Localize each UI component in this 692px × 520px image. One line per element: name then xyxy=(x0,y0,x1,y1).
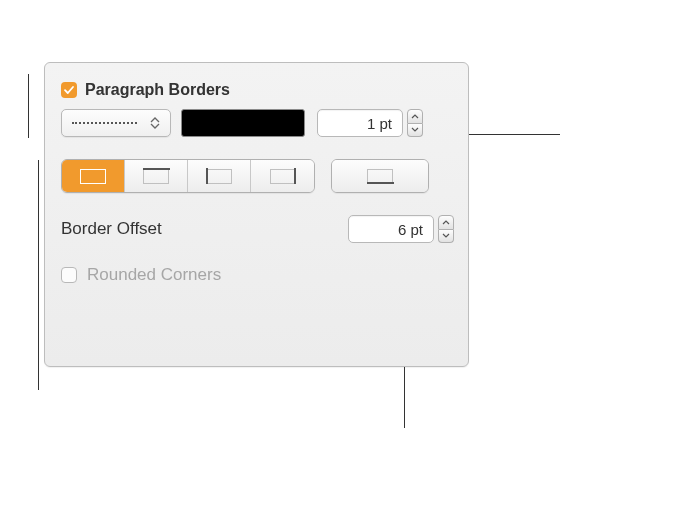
border-offset-label: Border Offset xyxy=(61,219,346,239)
weight-group: 1 pt xyxy=(317,109,423,137)
border-position-bottom-segmented xyxy=(331,159,429,193)
line-style-row: 1 pt xyxy=(61,109,454,137)
border-pos-all[interactable] xyxy=(62,160,125,192)
callout-line-1 xyxy=(28,74,29,138)
section-header-row: Paragraph Borders xyxy=(61,81,454,99)
border-pos-left[interactable] xyxy=(188,160,251,192)
line-weight-step-up[interactable] xyxy=(407,109,423,124)
line-weight-step-down[interactable] xyxy=(407,124,423,138)
border-pos-bottom[interactable] xyxy=(332,160,428,192)
border-color-well[interactable] xyxy=(181,109,305,137)
border-offset-stepper xyxy=(438,215,454,243)
paragraph-borders-panel: Paragraph Borders 1 pt xyxy=(44,62,469,367)
border-offset-field[interactable]: 6 pt xyxy=(348,215,434,243)
border-offset-step-down[interactable] xyxy=(438,230,454,244)
offset-group: 6 pt xyxy=(348,215,454,243)
border-position-row xyxy=(61,159,454,193)
dotted-line-icon xyxy=(72,122,137,124)
border-offset-step-up[interactable] xyxy=(438,215,454,230)
rounded-corners-label: Rounded Corners xyxy=(87,265,221,285)
callout-line-2 xyxy=(38,160,39,390)
chevron-updown-icon xyxy=(146,117,164,129)
line-style-dropdown[interactable] xyxy=(61,109,171,137)
callout-line-3 xyxy=(460,134,560,135)
section-title: Paragraph Borders xyxy=(85,81,230,99)
border-pos-top[interactable] xyxy=(125,160,188,192)
paragraph-borders-checkbox[interactable] xyxy=(61,82,77,98)
rounded-corners-checkbox[interactable] xyxy=(61,267,77,283)
line-weight-field[interactable]: 1 pt xyxy=(317,109,403,137)
line-weight-stepper xyxy=(407,109,423,137)
border-offset-row: Border Offset 6 pt xyxy=(61,215,454,243)
border-pos-right[interactable] xyxy=(251,160,314,192)
border-position-segmented xyxy=(61,159,315,193)
rounded-corners-row: Rounded Corners xyxy=(61,265,454,285)
